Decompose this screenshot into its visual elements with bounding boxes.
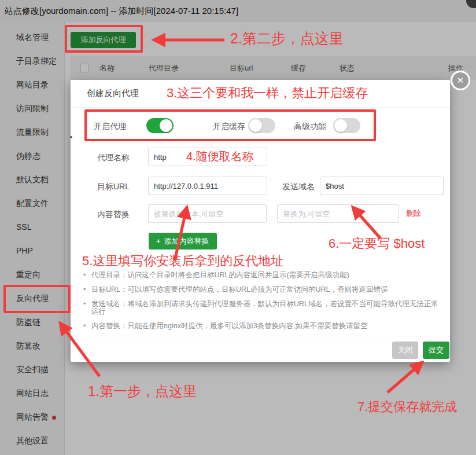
divider [71, 336, 450, 336]
plus-icon: + [156, 237, 161, 245]
proxy-name-input[interactable] [148, 148, 267, 166]
help-notes: 代理目录：访问这个目录时将会把目标URL的内容返回并显示(需要开启高级功能) 目… [82, 271, 442, 337]
add-content-replace-button[interactable]: +添加内容替换 [149, 233, 217, 249]
enable-cache-label: 开启缓存 [213, 122, 245, 132]
toggle-knob [160, 119, 172, 132]
enable-proxy-label: 开启代理 [94, 122, 126, 132]
replace-from-input[interactable] [148, 204, 267, 223]
send-domain-label: 发送域名 [273, 182, 315, 192]
dialog-title: 创建反向代理 [87, 88, 139, 99]
toggle-knob [334, 119, 347, 132]
dialog-close-icon[interactable]: ✕ [451, 71, 470, 90]
content-replace-label: 内容替换 [82, 210, 130, 220]
delete-replace-link[interactable]: 删除 [406, 208, 421, 219]
divider [71, 107, 450, 108]
site-settings-window: 站点修改[yourdomain.com] -- 添加时间[2024-07-11 … [0, 0, 476, 455]
note-send-domain: 发送域名：将域名添加到请求头传递到代理服务器，默认为目标URL域名，若设置不当可… [82, 300, 442, 315]
replace-to-input[interactable] [277, 204, 399, 223]
dialog-submit-button[interactable]: 提交 [423, 342, 449, 359]
note-content-replace: 内容替换：只能在使用nginx时提供，最多可以添加3条替换内容,如果不需要替换请… [82, 322, 442, 330]
advanced-features-toggle[interactable] [333, 118, 360, 133]
enable-proxy-toggle[interactable] [146, 118, 174, 133]
target-url-input[interactable] [148, 177, 267, 195]
dialog-cancel-button[interactable]: 关闭 [392, 342, 418, 359]
toggle-knob [249, 119, 262, 132]
add-replace-label: 添加内容替换 [164, 237, 209, 245]
advanced-features-label: 高级功能 [294, 122, 326, 132]
target-url-label: 目标URL [82, 182, 130, 192]
note-target-url: 目标URL：可以填写你需要代理的站点，目标URL必须为可正常访问的URL，否则将… [82, 286, 442, 293]
stray-dot [70, 136, 72, 138]
enable-cache-toggle[interactable] [248, 118, 275, 133]
note-proxy-dir: 代理目录：访问这个目录时将会把目标URL的内容返回并显示(需要开启高级功能) [82, 271, 442, 279]
create-reverse-proxy-dialog: 创建反向代理 ✕ 开启代理 开启缓存 高级功能 代理名称 目标URL 发送域名 … [71, 80, 450, 362]
send-domain-input[interactable] [320, 177, 444, 195]
proxy-name-label: 代理名称 [82, 153, 130, 163]
